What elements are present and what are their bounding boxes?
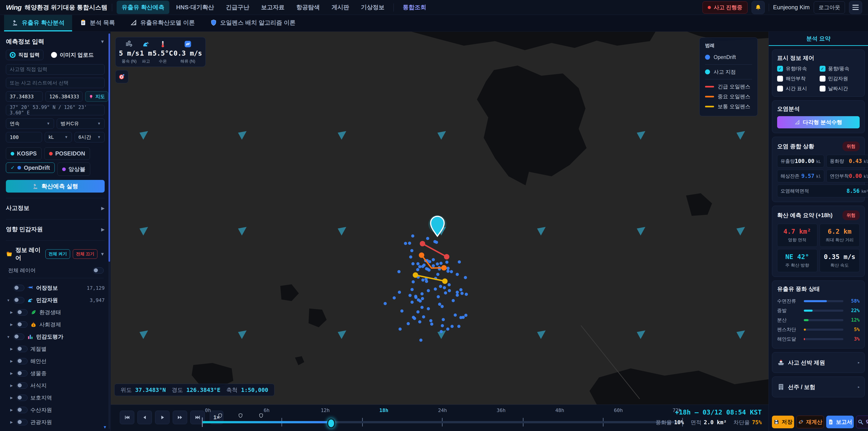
center-incident-button[interactable] bbox=[115, 70, 128, 83]
저장-button[interactable]: 저장 bbox=[772, 415, 794, 428]
layer-row-4: ▶$사회경제 bbox=[6, 318, 105, 331]
tab-2[interactable]: 분석 목록 bbox=[72, 15, 123, 31]
incident-name-input[interactable] bbox=[6, 64, 105, 74]
chevron-right-icon[interactable]: ▶ bbox=[9, 396, 14, 400]
duration-select[interactable]: 6시간▼ bbox=[74, 132, 105, 143]
time-label-36h[interactable]: 36h bbox=[497, 407, 506, 413]
time-label-48h[interactable]: 48h bbox=[555, 407, 564, 413]
layer-toggle[interactable] bbox=[13, 297, 24, 303]
map-canvas[interactable]: 5 m/s풍속 (N)1 m파고5.5°C수온0.3 m/s해류 (N) 범례O… bbox=[111, 32, 769, 405]
stat-label: 면적 bbox=[690, 419, 702, 425]
incident-status-label: 사고 진행중 bbox=[714, 4, 742, 11]
spill-type-select[interactable]: 연속▼ bbox=[6, 118, 54, 129]
radio-image-upload[interactable]: 이미지 업로드 bbox=[51, 51, 94, 59]
bar-fill bbox=[804, 329, 806, 331]
time-label-18h[interactable]: 18h bbox=[379, 407, 388, 413]
chevron-down-icon[interactable]: ▼ bbox=[6, 298, 11, 302]
chevron-right-icon[interactable]: ▶ bbox=[9, 408, 14, 412]
tab-1[interactable]: 유출유 확산분석 bbox=[4, 15, 72, 31]
layer-toggle[interactable] bbox=[17, 370, 28, 376]
radio-direct-input[interactable]: 직접 입력 bbox=[6, 50, 43, 60]
amount-input[interactable] bbox=[6, 132, 42, 143]
display-option-3[interactable]: 해안부착 bbox=[777, 75, 817, 82]
model-chip-앙상블[interactable]: 앙상블 bbox=[57, 162, 90, 176]
layer-toggle[interactable] bbox=[17, 358, 28, 364]
panel-title-row[interactable]: 예측정보 입력 ▼ bbox=[6, 37, 105, 45]
menu-button[interactable] bbox=[849, 1, 862, 14]
longitude-input[interactable] bbox=[45, 91, 83, 102]
chevron-right-icon[interactable]: ▶ bbox=[9, 383, 14, 388]
재계산-button[interactable]: 재계산 bbox=[796, 415, 824, 428]
model-chip-poseidon[interactable]: POSEIDON bbox=[44, 147, 90, 160]
nav-item-6[interactable]: 게시판 bbox=[327, 1, 354, 14]
run-prediction-button[interactable]: 확산예측 실행 bbox=[6, 180, 105, 192]
보고서-button[interactable]: 보고서 bbox=[826, 415, 854, 428]
layer-toggle[interactable] bbox=[17, 309, 28, 315]
nav-item-4[interactable]: 보고자료 bbox=[256, 1, 289, 14]
display-option-1[interactable]: ✓유향/유속 bbox=[777, 65, 817, 72]
layer-toggle[interactable] bbox=[17, 395, 28, 401]
chevron-right-icon[interactable]: ▶ bbox=[9, 371, 14, 375]
fish-icon bbox=[27, 285, 33, 291]
layer-toggle[interactable] bbox=[17, 419, 28, 425]
weather-item: 1 m파고 bbox=[140, 40, 152, 64]
nav-item-3[interactable]: 긴급구난 bbox=[221, 1, 254, 14]
chevron-right-icon[interactable]: ▶ bbox=[9, 310, 14, 314]
layer-toggle[interactable] bbox=[17, 407, 28, 413]
display-option-6[interactable]: 날짜시간 bbox=[819, 85, 860, 92]
timeline-bar: 1× 0h6h12h18h24h36h48h60h72h +18h — 03/1… bbox=[111, 405, 769, 431]
model-chip-opendrift[interactable]: ✓OpenDrift bbox=[6, 162, 55, 173]
master-layer-toggle[interactable] bbox=[93, 267, 104, 274]
layer-toggle[interactable] bbox=[17, 321, 28, 328]
display-option-2[interactable]: ✓풍향/풍속 bbox=[819, 65, 860, 72]
layer-toggle[interactable] bbox=[17, 346, 28, 352]
nav-item-2[interactable]: HNS·대기확산 bbox=[171, 1, 219, 14]
section-1[interactable]: 사고정보▶ bbox=[6, 198, 105, 218]
nav-item-1[interactable]: 유출유 확산예측 bbox=[117, 1, 169, 14]
bell-icon bbox=[755, 4, 762, 11]
layer-toggle[interactable] bbox=[17, 382, 28, 389]
fold-card-2[interactable]: 선주 / 보험▸ bbox=[772, 376, 865, 397]
chevron-right-icon[interactable]: ▶ bbox=[9, 420, 14, 424]
chevron-right-icon[interactable]: ▶ bbox=[9, 347, 14, 351]
time-label-6h[interactable]: 6h bbox=[264, 407, 270, 413]
all-layers-on-button[interactable]: 전체 켜기 bbox=[45, 249, 70, 259]
notifications-button[interactable] bbox=[752, 1, 765, 14]
model-chip-kosps[interactable]: KOSPS bbox=[6, 147, 41, 160]
chevron-down-icon[interactable]: ▼ bbox=[6, 335, 11, 339]
fold-card-label: 사고 선박 제원 bbox=[788, 359, 825, 366]
incident-list-input[interactable] bbox=[6, 78, 105, 88]
display-option-4[interactable]: 민감자원 bbox=[819, 75, 860, 82]
unit-select[interactable]: kL▼ bbox=[45, 132, 72, 143]
time-label-0h[interactable]: 0h bbox=[205, 407, 211, 413]
time-label-12h[interactable]: 12h bbox=[321, 407, 330, 413]
bar-track bbox=[804, 300, 843, 302]
pick-on-map-button[interactable]: 지도 bbox=[85, 91, 108, 102]
time-label-24h[interactable]: 24h bbox=[438, 407, 447, 413]
nav-item-7[interactable]: 기상정보 bbox=[356, 1, 390, 14]
latitude-input[interactable] bbox=[6, 91, 43, 102]
layer-toggle[interactable] bbox=[13, 334, 24, 340]
chevron-right-icon[interactable]: ▶ bbox=[9, 359, 14, 363]
polygon-analysis-button[interactable]: 다각형 분석수행 bbox=[777, 116, 860, 128]
chevron-right-icon[interactable]: ▶ bbox=[9, 322, 14, 327]
section-2[interactable]: 영향 민감자원▶ bbox=[6, 219, 105, 239]
time-label-60h[interactable]: 60h bbox=[614, 407, 623, 413]
check-icon: ✓ bbox=[11, 165, 15, 171]
toggle-knob bbox=[18, 396, 22, 400]
tab-4[interactable]: 오일펜스 배치 알고리즘 이론 bbox=[203, 15, 303, 31]
all-layers-off-button[interactable]: 전체 끄기 bbox=[73, 249, 97, 259]
oil-type-select[interactable]: 벙커C유▼ bbox=[57, 118, 105, 129]
slider-thumb[interactable] bbox=[327, 418, 335, 428]
logout-button[interactable]: 로그아웃 bbox=[814, 1, 845, 13]
display-option-5[interactable]: 시간 표시 bbox=[777, 85, 817, 92]
bar-percent: 12% bbox=[846, 317, 860, 323]
scrollbar-thumb[interactable] bbox=[108, 33, 110, 262]
fold-card-1[interactable]: 사고 선박 제원▸ bbox=[772, 352, 865, 373]
nav-item-8[interactable]: 통합조회 bbox=[398, 1, 431, 14]
nav-item-5[interactable]: 항공탐색 bbox=[291, 1, 325, 14]
tab-3[interactable]: 유출유확산모델 이론 bbox=[123, 15, 202, 31]
checkbox-checked-icon: ✓ bbox=[777, 66, 783, 72]
layer-toggle[interactable] bbox=[13, 285, 24, 291]
역추적-button[interactable]: 역추적 bbox=[856, 415, 868, 428]
